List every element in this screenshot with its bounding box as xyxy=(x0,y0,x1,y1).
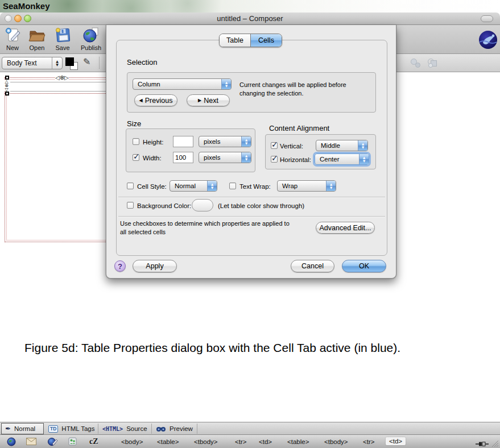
tag-breadcrumb-table[interactable]: <table> xyxy=(157,438,179,445)
selection-note-line1: Current changes will be applied before xyxy=(239,81,359,89)
width-unit-dropdown[interactable]: pixels xyxy=(199,152,251,163)
divider xyxy=(118,197,385,197)
next-arrow-icon: ▶ xyxy=(198,98,201,103)
cell-style-value: Normal xyxy=(175,182,196,189)
divider xyxy=(118,216,385,217)
toolbar-toggle-button[interactable] xyxy=(481,15,493,22)
online-status-icon[interactable] xyxy=(476,439,489,448)
ok-button-label: OK xyxy=(359,262,369,270)
advanced-edit-label: Advanced Edit... xyxy=(319,224,371,232)
separator xyxy=(197,424,197,434)
horizontal-checkbox[interactable] xyxy=(271,156,278,163)
paragraph-style-select[interactable]: Body Text xyxy=(2,57,63,69)
cancel-button[interactable]: Cancel xyxy=(291,260,334,272)
horizontal-dropdown[interactable]: Center xyxy=(315,154,369,165)
mode-tab-normal[interactable]: ✒ Normal xyxy=(1,423,44,434)
mode-tab-preview-label: Preview xyxy=(170,425,193,432)
html-source-icon: <HTML> xyxy=(102,426,123,432)
chatzilla-icon[interactable]: cZ xyxy=(89,437,98,446)
tag-breadcrumb-table2[interactable]: <table> xyxy=(287,438,309,445)
tag-breadcrumb-td[interactable]: <td> xyxy=(259,438,272,445)
next-button[interactable]: ▶ Next xyxy=(187,94,230,106)
cell-style-dropdown[interactable]: Normal xyxy=(170,180,217,192)
cell-style-checkbox[interactable] xyxy=(127,182,134,189)
selection-header: Selection xyxy=(127,58,157,67)
tag-breadcrumb-body[interactable]: <body> xyxy=(121,438,143,445)
tag-breadcrumb-td-active[interactable]: <td> xyxy=(386,437,406,445)
selection-handle[interactable] xyxy=(5,92,9,96)
apply-button[interactable]: Apply xyxy=(133,260,177,272)
background-color-label: Background Color: xyxy=(137,202,191,209)
selection-dropdown[interactable]: Column xyxy=(133,78,232,90)
ok-button[interactable]: OK xyxy=(342,260,386,272)
open-button[interactable]: Open xyxy=(24,26,49,51)
tab-table[interactable]: Table xyxy=(220,34,251,47)
help-button[interactable]: ? xyxy=(114,260,126,272)
width-unit-value: pixels xyxy=(204,154,220,161)
mode-tab-source-label: Source xyxy=(126,425,147,432)
vertical-label: Vertical: xyxy=(280,143,303,150)
new-button[interactable]: New xyxy=(0,26,25,51)
mail-icon[interactable] xyxy=(26,437,36,447)
dropdown-stepper-icon xyxy=(207,181,217,191)
height-label: Height: xyxy=(143,139,163,146)
table-row-control-icon[interactable]: △ ⊗ ▽ xyxy=(3,80,10,92)
checkbox-usage-note-line2: all selected cells xyxy=(120,228,313,237)
text-wrap-checkbox[interactable] xyxy=(229,182,236,189)
size-group xyxy=(126,128,255,172)
composer-icon[interactable] xyxy=(48,437,58,448)
save-floppy-icon xyxy=(50,26,75,44)
vertical-checkbox[interactable] xyxy=(271,142,278,149)
menu-bar: SeaMonkey xyxy=(0,0,500,13)
highlight-pencil-icon[interactable]: ✎ xyxy=(83,56,90,67)
separator xyxy=(151,424,152,434)
new-button-label: New xyxy=(0,44,25,51)
grid-mode-icon[interactable] xyxy=(411,59,423,68)
mode-tab-preview[interactable]: Preview xyxy=(152,423,197,434)
layer-mode-icon[interactable] xyxy=(428,59,440,68)
content-alignment-header: Content Alignment xyxy=(269,124,329,132)
tag-breadcrumb-tbody2[interactable]: <tbody> xyxy=(324,438,348,445)
width-input[interactable] xyxy=(173,152,193,163)
background-color-well[interactable] xyxy=(192,199,213,211)
vertical-dropdown[interactable]: Middle xyxy=(316,140,368,151)
table-outline-inner xyxy=(6,79,108,240)
address-book-icon[interactable] xyxy=(68,437,77,448)
table-properties-dialog: Table Cells Selection Column ◀ Previous … xyxy=(106,25,396,279)
mode-tab-html-tags[interactable]: TD HTML Tags xyxy=(45,423,98,434)
height-unit-dropdown[interactable]: pixels xyxy=(199,136,251,147)
tag-breadcrumb-tr2[interactable]: <tr> xyxy=(363,438,374,445)
screenshot-root: SeaMonkey untitled – Composer New xyxy=(0,0,500,448)
advanced-edit-button[interactable]: Advanced Edit... xyxy=(316,222,375,234)
publish-button[interactable]: Publish xyxy=(78,26,104,51)
text-wrap-value: Wrap xyxy=(282,182,297,189)
dialog-tab-control: Table Cells xyxy=(219,34,282,47)
tag-breadcrumb-tbody[interactable]: <tbody> xyxy=(194,438,218,445)
checkbox-usage-note-line1: Use checkboxes to determine which proper… xyxy=(120,219,313,228)
save-button[interactable]: Save xyxy=(50,26,75,51)
background-color-checkbox[interactable] xyxy=(127,202,134,209)
window-title: untitled – Composer xyxy=(0,14,500,23)
table-column-control-icon[interactable]: ◁⊗▷ xyxy=(55,74,69,81)
resize-grip[interactable] xyxy=(491,439,499,448)
nested-table-dotted-bottom xyxy=(5,93,107,94)
height-checkbox[interactable] xyxy=(133,138,139,145)
preview-binoculars-icon xyxy=(156,425,166,432)
dropdown-stepper-icon xyxy=(241,152,251,163)
text-color-swatch[interactable] xyxy=(65,57,74,66)
selection-dropdown-value: Column xyxy=(138,81,160,88)
height-input[interactable] xyxy=(173,136,193,147)
nested-table-row[interactable] xyxy=(7,82,107,91)
tab-cells[interactable]: Cells xyxy=(251,34,282,47)
toolbar-separator xyxy=(99,57,100,69)
width-checkbox[interactable] xyxy=(133,154,139,161)
app-name[interactable]: SeaMonkey xyxy=(3,1,50,11)
selection-note: Current changes will be applied before c… xyxy=(239,81,359,98)
mode-tab-source[interactable]: <HTML> Source xyxy=(99,423,151,434)
previous-button[interactable]: ◀ Previous xyxy=(134,94,177,106)
open-button-label: Open xyxy=(24,44,49,51)
width-label: Width: xyxy=(143,155,162,161)
text-wrap-dropdown[interactable]: Wrap xyxy=(277,180,336,192)
navigator-icon[interactable] xyxy=(7,437,16,448)
tag-breadcrumb-tr[interactable]: <tr> xyxy=(235,438,246,445)
